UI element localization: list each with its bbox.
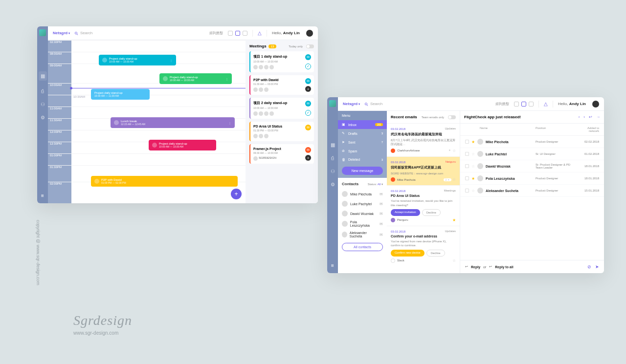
checkbox[interactable]	[465, 176, 469, 180]
contacts-filter[interactable]: Status: All ▾	[368, 182, 383, 186]
contact-row[interactable]: Luke Pachytel✉	[342, 199, 383, 209]
chat-icon[interactable]: ✉	[380, 222, 383, 226]
calendar-event[interactable]: Project daily stand-up10:00 AM — 10:30 A…	[159, 73, 232, 84]
gear-icon[interactable]: ⚙	[331, 182, 335, 187]
checkbox[interactable]	[465, 164, 469, 168]
spam-item[interactable]: ⊘Spam	[338, 147, 387, 155]
chat-icon[interactable]: ✉	[380, 202, 383, 206]
check-icon[interactable]: ✓	[305, 64, 311, 69]
chat-icon[interactable]: ✉	[305, 125, 311, 130]
print-icon[interactable]: ⎙	[331, 155, 334, 161]
table-row[interactable]: ★Mike PiechotaProduct Designer02.02.2018	[460, 136, 604, 148]
more-icon[interactable]: ⋮	[225, 77, 228, 81]
email-card[interactable]: 03.02.2018MeetingsPD Area UI StatusYou'v…	[387, 185, 460, 226]
table-row[interactable]: ☆Dawid WozniakSr. Product Designer & PD …	[460, 160, 604, 172]
star-icon[interactable]: ⚬ ☆	[448, 149, 456, 153]
send-icon[interactable]: ➤	[595, 264, 599, 269]
table-row[interactable]: ☆Luke PachtelSr. UI Designer01.02.2018	[460, 148, 604, 160]
view-toggle[interactable]	[514, 102, 534, 107]
calendar-icon[interactable]: ▦	[39, 71, 47, 81]
chat-icon[interactable]: ✉	[305, 78, 311, 84]
checkbox[interactable]	[465, 152, 469, 156]
chat-icon[interactable]: ✉	[305, 54, 311, 60]
sent-item[interactable]: ➤Sent7	[338, 138, 387, 147]
chat-icon[interactable]: ✉	[380, 192, 383, 196]
search-input[interactable]: Search	[75, 31, 204, 36]
more-icon[interactable]: ⋮	[170, 59, 173, 62]
check-icon[interactable]: ✓	[305, 110, 311, 116]
lock-icon[interactable]: ⚇	[331, 169, 335, 174]
reply-button[interactable]: Reply	[471, 265, 480, 269]
calendar-event[interactable]: Project daily stand-up10:00 AM — 10:30 A…	[149, 140, 216, 150]
logo-icon[interactable]	[39, 29, 46, 36]
calendar-timeline[interactable]: 08:00AM 09:00AM 10:00AM 10:30AM 11:00AM …	[48, 40, 246, 203]
table-row[interactable]: ☆Aleksander SuchetaProduct Designer15.01…	[460, 185, 604, 197]
chat-icon[interactable]: ✉	[380, 233, 383, 237]
star-icon[interactable]: ☆	[471, 152, 475, 156]
bell-icon[interactable]: △	[544, 101, 548, 107]
contact-row[interactable]: Dawid Wozniak✉	[342, 209, 383, 218]
calendar-event[interactable]: Project daily stand-up10:30 AM — 11:30 A…	[91, 89, 150, 100]
checkbox[interactable]	[465, 140, 469, 144]
collapse-icon[interactable]: ≡	[41, 193, 44, 198]
meeting-card[interactable]: PD Area UI Status01:30 PM — 03:00 PM✉	[249, 122, 314, 141]
meeting-card[interactable]: 项目 1 daily stand-up10:00 AM — 10:30 AM✉✓	[249, 51, 314, 72]
calendar-event[interactable]: Project daily stand-up10:00 AM — 10:30 A…	[99, 55, 176, 65]
reply-all-button[interactable]: Reply to all	[495, 265, 513, 269]
chat-icon[interactable]: ✉	[380, 212, 383, 216]
more-icon[interactable]: ⋮	[228, 121, 231, 125]
contact-row[interactable]: Aleksander Sucheta✉	[342, 229, 383, 240]
add-button[interactable]: +	[231, 189, 242, 199]
accept-button[interactable]: Accept invitation	[391, 209, 420, 216]
print-icon[interactable]: ⎙	[41, 88, 44, 94]
plus-icon[interactable]: +	[305, 86, 311, 92]
meeting-card[interactable]: Framer.js Project09:30 AM — 10:30 AMSGRD…	[249, 144, 314, 164]
collapse-icon[interactable]: ≡	[331, 263, 334, 268]
reply-icon[interactable]: ↩	[589, 115, 592, 119]
decline-button[interactable]: Decline	[426, 250, 445, 257]
reply-icon[interactable]: ↩	[465, 265, 468, 269]
reply-all-icon[interactable]: ↩	[489, 265, 492, 269]
lock-icon[interactable]: ⚇	[41, 102, 45, 107]
star-icon[interactable]: 2 ⚬ ☆	[444, 177, 456, 182]
chat-icon[interactable]: ✉	[305, 101, 311, 107]
next-icon[interactable]: ›	[583, 115, 585, 119]
meeting-card[interactable]: P2P with Dawid01:30 AM — 03:00 PM✉+	[249, 75, 314, 95]
table-row[interactable]: ★Pola LeszczyńskaProduct Designer18.01.2…	[460, 172, 604, 185]
star-icon[interactable]: ★	[452, 218, 456, 222]
decline-button[interactable]: Decline	[422, 209, 441, 216]
deleted-item[interactable]: 🗑Deleted3	[338, 155, 387, 164]
confirm-button[interactable]: Confirm new device	[391, 250, 425, 257]
star-icon[interactable]: ★	[471, 140, 475, 144]
new-message-button[interactable]: New message	[342, 167, 383, 175]
forward-icon[interactable]: →	[596, 115, 600, 119]
star-icon[interactable]: ☆	[471, 164, 475, 169]
view-toggle[interactable]	[228, 31, 247, 36]
calendar-event[interactable]: Lunch break12:15 AM — 12:45 AM⋮	[111, 117, 235, 128]
prev-icon[interactable]: ‹	[579, 115, 580, 119]
contact-row[interactable]: Mike Piechota✉	[342, 189, 383, 199]
workspace-selector[interactable]: Netsgrd	[343, 102, 360, 106]
avatar[interactable]	[592, 101, 599, 107]
filter-toggle[interactable]	[448, 115, 456, 119]
inbox-item[interactable]: ▣Inbox193	[338, 120, 387, 129]
attachment-icon[interactable]: ⊘	[587, 264, 591, 269]
avatar[interactable]	[306, 30, 313, 37]
checkbox[interactable]	[465, 189, 469, 193]
calendar-icon[interactable]: ▦	[331, 142, 335, 148]
email-card[interactable]: 03.02.2018Updates武汉有名电车路面的最新规划来啦8月7日上午9时…	[387, 123, 460, 156]
star-icon[interactable]: ☆	[452, 258, 456, 263]
calendar-event[interactable]: P2P with Dawid01:00 PM — 02:30 PM	[91, 176, 238, 187]
star-icon[interactable]: ★	[471, 176, 475, 181]
email-card[interactable]: 03.02.2018UpdatesConfirm your e-mail add…	[387, 226, 460, 266]
today-toggle[interactable]	[306, 44, 314, 48]
all-contacts-button[interactable]: All contacts	[342, 243, 383, 251]
plus-icon[interactable]: +	[305, 155, 311, 161]
contact-row[interactable]: Pola Leszczyńska✉	[342, 218, 383, 229]
meeting-card[interactable]: 项目 2 daily stand-up10:00 AM — 10:30 AM✉✓	[249, 98, 314, 119]
email-card[interactable]: 03.02.2018Netguru我司新版官网&APP正式更新上线SGRD WE…	[387, 156, 460, 185]
star-icon[interactable]: ☆	[471, 189, 475, 193]
workspace-selector[interactable]: Netsgrd	[53, 31, 70, 35]
chat-icon[interactable]: ✉	[305, 147, 311, 153]
gear-icon[interactable]: ⚙	[41, 115, 45, 120]
